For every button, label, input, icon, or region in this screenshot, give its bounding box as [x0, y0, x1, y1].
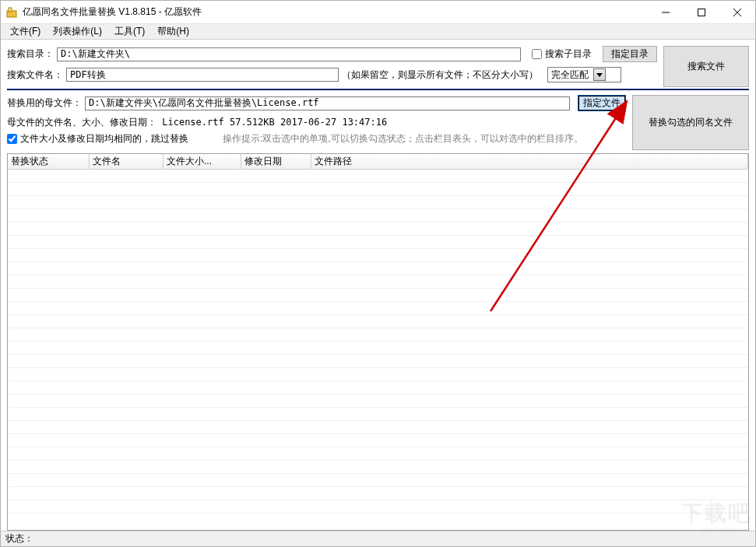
skip-same-checkbox[interactable]: [7, 134, 17, 144]
skip-same-label: 文件大小及修改日期均相同的，跳过替换: [20, 132, 188, 146]
table-row: [8, 408, 748, 421]
source-info-prefix: 母文件的文件名、大小、修改日期：: [7, 117, 156, 128]
col-name[interactable]: 文件名: [90, 154, 164, 169]
table-row: [8, 381, 748, 394]
search-dir-label: 搜索目录：: [7, 47, 54, 61]
separator: [7, 89, 749, 90]
replace-source-input[interactable]: [85, 96, 570, 110]
table-row: [8, 236, 748, 249]
menu-tools[interactable]: 工具(T): [108, 23, 151, 40]
table-row: [8, 223, 748, 236]
table-body[interactable]: [8, 170, 748, 530]
table-row: [8, 500, 748, 514]
search-files-button[interactable]: 搜索文件: [663, 46, 749, 87]
match-mode-value: 完全匹配: [551, 68, 589, 82]
table-row: [8, 249, 748, 262]
match-mode-select[interactable]: 完全匹配: [547, 67, 621, 82]
empty-hint: （如果留空，则显示所有文件；不区分大小写）: [342, 68, 538, 82]
source-info-value: License.rtf 57.512KB 2017-06-27 13:47:16: [162, 117, 387, 128]
specify-file-button[interactable]: 指定文件: [578, 95, 626, 111]
file-table: 替换状态 文件名 文件大小... 修改日期 文件路径: [7, 153, 749, 531]
table-row: [8, 368, 748, 381]
operation-hint: 操作提示:双击选中的单项,可以切换勾选状态；点击栏目表头，可以对选中的栏目排序。: [223, 132, 583, 146]
svg-rect-3: [698, 9, 705, 16]
table-row: [8, 289, 748, 302]
minimize-button[interactable]: [648, 1, 684, 24]
col-size[interactable]: 文件大小...: [164, 154, 241, 169]
specify-dir-button[interactable]: 指定目录: [603, 46, 657, 62]
replace-source-label: 替换用的母文件：: [7, 96, 82, 110]
col-path[interactable]: 文件路径: [311, 154, 748, 169]
col-mtime[interactable]: 修改日期: [241, 154, 311, 169]
status-bar: 状态：: [1, 531, 755, 546]
replace-checked-button[interactable]: 替换勾选的同名文件: [632, 95, 749, 150]
table-row: [8, 342, 748, 355]
table-row: [8, 461, 748, 474]
table-row: [8, 421, 748, 434]
table-row: [8, 183, 748, 196]
menu-help[interactable]: 帮助(H): [151, 23, 195, 40]
dropdown-icon: [593, 68, 606, 81]
table-row: [8, 434, 748, 447]
menu-file[interactable]: 文件(F): [4, 23, 47, 40]
window-title: 亿愿同名文件批量替换 V1.8.815 - 亿愿软件: [23, 5, 648, 19]
title-bar: 亿愿同名文件批量替换 V1.8.815 - 亿愿软件: [1, 1, 755, 24]
table-row: [8, 196, 748, 209]
table-header: 替换状态 文件名 文件大小... 修改日期 文件路径: [8, 154, 748, 170]
table-row: [8, 302, 748, 315]
close-button[interactable]: [719, 1, 755, 24]
menu-list[interactable]: 列表操作(L): [47, 23, 108, 40]
search-name-label: 搜索文件名：: [7, 68, 63, 82]
table-row: [8, 275, 748, 289]
table-row: [8, 170, 748, 183]
search-name-input[interactable]: [66, 68, 339, 82]
menu-bar: 文件(F) 列表操作(L) 工具(T) 帮助(H): [1, 24, 755, 40]
table-row: [8, 355, 748, 368]
search-dir-input[interactable]: [57, 47, 521, 61]
table-row: [8, 447, 748, 461]
table-row: [8, 487, 748, 500]
status-label: 状态：: [5, 532, 33, 545]
svg-rect-1: [9, 8, 12, 12]
table-row: [8, 394, 748, 408]
table-row: [8, 209, 748, 223]
table-row: [8, 328, 748, 342]
table-row: [8, 315, 748, 328]
app-icon: [5, 6, 18, 19]
search-subdir-label: 搜索子目录: [545, 47, 592, 61]
col-status[interactable]: 替换状态: [8, 154, 90, 169]
table-row: [8, 474, 748, 487]
maximize-button[interactable]: [684, 1, 719, 24]
table-row: [8, 262, 748, 275]
search-subdir-checkbox[interactable]: [532, 49, 542, 59]
